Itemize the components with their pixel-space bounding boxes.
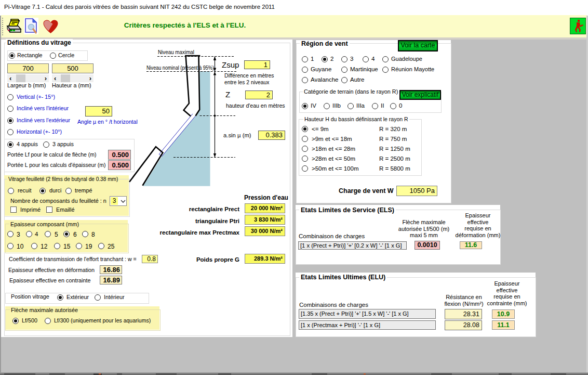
svg-text:Niveau nominal (présent à 95%): Niveau nominal (présent à 95%) <box>146 65 214 71</box>
svg-text:Niveau maximal: Niveau maximal <box>158 49 194 55</box>
